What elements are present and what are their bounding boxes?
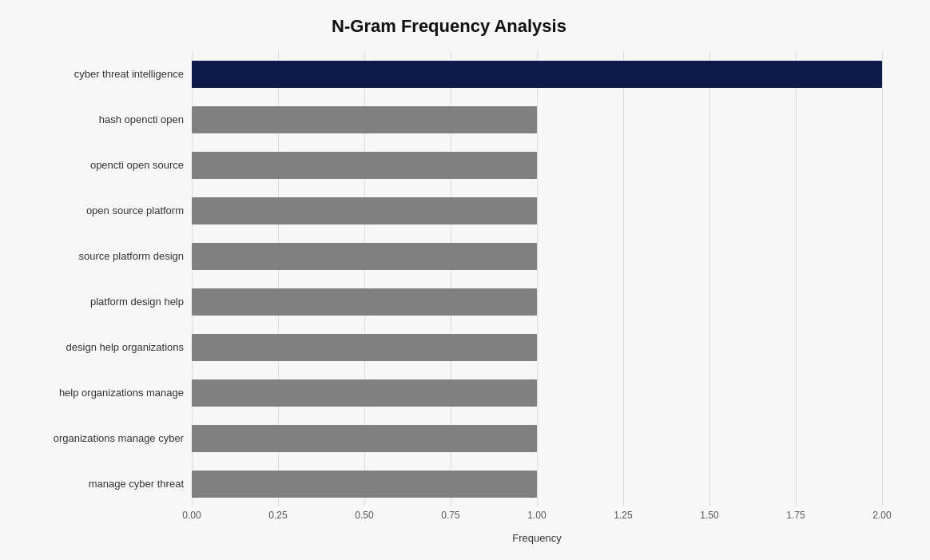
bar-row: [192, 370, 882, 415]
bar-row: [192, 188, 882, 233]
bars-section: cyber threat intelligencehash opencti op…: [16, 51, 882, 506]
bar-row: [192, 461, 882, 506]
bars-and-grid: [192, 51, 882, 506]
bar: [192, 197, 537, 224]
y-labels: cyber threat intelligencehash opencti op…: [16, 51, 192, 506]
x-tick: 1.00: [527, 510, 546, 521]
x-tick: 1.25: [614, 510, 632, 521]
x-tick: 0.75: [441, 510, 459, 521]
bars-wrapper: [192, 51, 882, 506]
y-label: design help organizations: [16, 324, 184, 370]
y-label: organizations manage cyber: [16, 415, 184, 461]
bar: [192, 152, 537, 179]
x-tick: 0.00: [182, 510, 201, 521]
x-tick: 0.50: [355, 510, 373, 521]
y-label: opencti open source: [16, 142, 184, 188]
bar-row: [192, 97, 882, 142]
chart-container: N-Gram Frequency Analysis cyber threat i…: [0, 0, 930, 560]
y-label: platform design help: [16, 279, 184, 324]
bar-row: [192, 279, 882, 324]
bar-row: [192, 142, 882, 188]
bar-row: [192, 415, 882, 461]
x-tick: 1.50: [700, 510, 718, 521]
bar-row: [192, 51, 882, 97]
bar: [192, 106, 537, 133]
y-label: open source platform: [16, 188, 184, 233]
bar: [192, 379, 537, 407]
chart-area: cyber threat intelligencehash opencti op…: [16, 51, 882, 467]
chart-title: N-Gram Frequency Analysis: [16, 16, 882, 37]
grid-line: [882, 51, 883, 506]
bar-row: [192, 233, 882, 279]
bar: [192, 425, 537, 452]
bar: [192, 334, 537, 361]
y-label: source platform design: [16, 233, 184, 279]
y-label: manage cyber threat: [16, 461, 184, 506]
y-label: cyber threat intelligence: [16, 51, 184, 97]
x-axis-label: Frequency: [192, 532, 882, 544]
x-tick: 2.00: [872, 510, 891, 521]
bar: [192, 471, 537, 498]
bar: [192, 61, 882, 88]
bar-row: [192, 324, 882, 370]
bar: [192, 243, 537, 270]
y-label: help organizations manage: [16, 370, 184, 415]
x-tick: 1.75: [786, 510, 805, 521]
y-label: hash opencti open: [16, 97, 184, 142]
bar: [192, 288, 537, 316]
x-tick: 0.25: [268, 510, 287, 521]
